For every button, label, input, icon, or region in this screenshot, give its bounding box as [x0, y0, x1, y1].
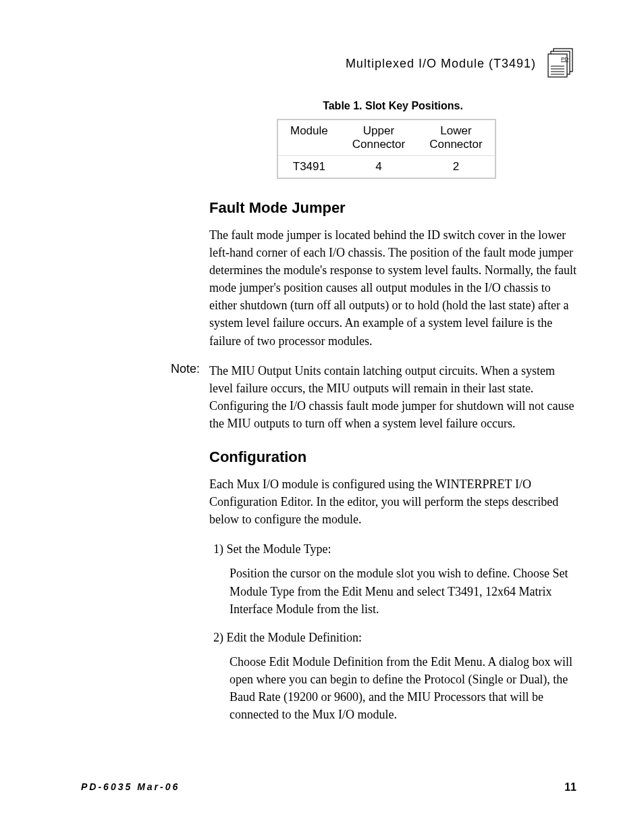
page-header: Multiplexed I/O Module (T3491) PD [81, 47, 576, 80]
note-text: The MIU Output Units contain latching ou… [209, 362, 576, 432]
col-upper: UpperConnector [340, 120, 417, 156]
cell-upper: 4 [340, 156, 417, 179]
intro-part-a: Each Mux I/O module is configured using … [209, 477, 447, 491]
para-config-intro: Each Mux I/O module is configured using … [209, 475, 576, 528]
table-caption: Table 1. Slot Key Positions. [209, 100, 576, 112]
footer-page-number: 11 [564, 781, 576, 793]
page-footer: PD-6035 Mar-06 11 [81, 781, 576, 793]
header-title: Multiplexed I/O Module (T3491) [346, 57, 536, 71]
cell-lower: 2 [417, 156, 495, 179]
cell-module: T3491 [277, 156, 340, 179]
step-2-label: 2) Edit the Module Definition: [213, 629, 576, 646]
col-lower: LowerConnector [417, 120, 495, 156]
section-configuration: Configuration Each Mux I/O module is con… [209, 448, 576, 723]
heading-configuration: Configuration [209, 448, 576, 466]
slot-key-table: Module UpperConnector LowerConnector T34… [277, 119, 496, 179]
step-2-body: Choose Edit Module Definition from the E… [230, 653, 576, 723]
section-fault-mode: Fault Mode Jumper The fault mode jumper … [209, 199, 576, 350]
pd-document-icon: PD [544, 47, 576, 80]
note-label: Note: [81, 362, 209, 432]
note-block: Note: The MIU Output Units contain latch… [81, 362, 576, 432]
intro-smallcaps: INTERPRET [447, 477, 512, 491]
step-1-body: Position the cursor on the module slot y… [230, 565, 576, 617]
para-fault-mode: The fault mode jumper is located behind … [209, 226, 576, 350]
step-2: 2) Edit the Module Definition: Choose Ed… [213, 629, 576, 723]
footer-doc-id: PD-6035 Mar-06 [81, 781, 180, 793]
col-module: Module [277, 120, 340, 156]
heading-fault-mode: Fault Mode Jumper [209, 199, 576, 217]
table-row: T3491 4 2 [277, 156, 495, 179]
step-1-label: 1) Set the Module Type: [213, 540, 576, 558]
step-1: 1) Set the Module Type: Position the cur… [213, 540, 576, 617]
svg-text:PD: PD [561, 56, 568, 62]
table-header-row: Module UpperConnector LowerConnector [277, 120, 495, 156]
